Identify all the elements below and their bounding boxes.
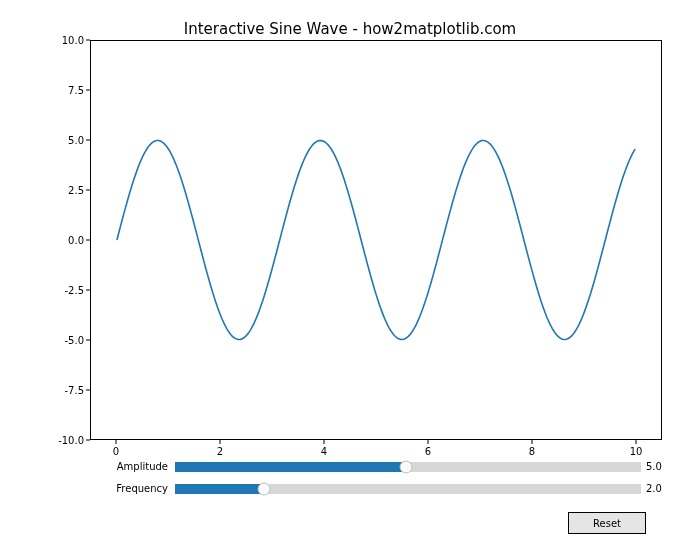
amplitude-slider-thumb[interactable] [399,461,412,474]
frequency-slider-value: 2.0 [646,483,662,494]
xtick-label: 6 [408,446,448,457]
xtick-label: 0 [96,446,136,457]
xtick-label: 4 [304,446,344,457]
ytick-label: 0.0 [24,235,84,246]
frequency-slider-thumb[interactable] [258,483,271,496]
xtick-mark [116,440,117,444]
ytick-label: -7.5 [24,385,84,396]
chart-title: Interactive Sine Wave - how2matplotlib.c… [0,20,700,38]
xtick-label: 2 [200,446,240,457]
xtick-mark [532,440,533,444]
amplitude-slider-value: 5.0 [646,461,662,472]
sine-line [117,141,635,340]
xtick-mark [324,440,325,444]
xtick-mark [220,440,221,444]
amplitude-slider-label: Amplitude [0,461,168,472]
amplitude-slider[interactable] [175,462,641,472]
sine-curve-svg [91,41,661,439]
plot-area [90,40,662,440]
frequency-slider-label: Frequency [0,483,168,494]
frequency-slider[interactable] [175,484,641,494]
xtick-label: 8 [512,446,552,457]
amplitude-slider-row: Amplitude 5.0 [0,460,700,474]
ytick-label: -5.0 [24,335,84,346]
ytick-label: -10.0 [24,435,84,446]
ytick-label: 5.0 [24,135,84,146]
amplitude-slider-fill [175,462,406,472]
ytick-label: 10.0 [24,35,84,46]
xtick-label: 10 [616,446,656,457]
reset-button[interactable]: Reset [568,512,646,534]
figure: Interactive Sine Wave - how2matplotlib.c… [0,0,700,560]
ytick-label: 7.5 [24,85,84,96]
xtick-mark [636,440,637,444]
ytick-label: 2.5 [24,185,84,196]
xtick-mark [428,440,429,444]
frequency-slider-row: Frequency 2.0 [0,482,700,496]
frequency-slider-fill [175,484,264,494]
ytick-label: -2.5 [24,285,84,296]
